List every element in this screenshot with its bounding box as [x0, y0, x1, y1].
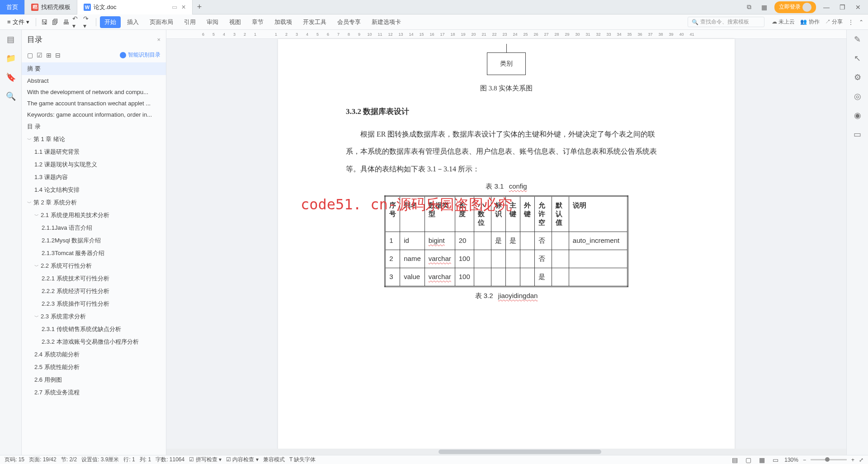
folder-icon[interactable]: 📁 [6, 53, 16, 63]
chevron-down-icon: ﹀ [27, 200, 33, 206]
chevron-down-icon: ﹀ [34, 213, 40, 219]
page: 类别 图 3.8 实体关系图 3.3.2 数据库表设计 根据 ER 图转换成数据… [278, 39, 735, 455]
outline-icon[interactable]: ▤ [6, 34, 16, 44]
table-header: 外键 [520, 196, 534, 232]
toc-item[interactable]: 2.2.2 系统经济可行性分析 [22, 285, 166, 298]
toc-item[interactable]: 1.2 课题现状与实现意义 [22, 158, 166, 171]
toc-item[interactable]: 2.1.2Mysql 数据库介绍 [22, 234, 166, 247]
toc-item[interactable]: ﹀2.2 系统可行性分析 [22, 260, 166, 272]
table-row: 3valuevarchar100是 [385, 268, 628, 287]
tab-view[interactable]: 视图 [225, 16, 245, 28]
chevron-down-icon: ﹀ [34, 263, 40, 270]
more-icon[interactable]: ⋮ [848, 19, 854, 25]
layout-icon[interactable]: ⧉ [744, 3, 754, 11]
table-header: 默认值 [552, 196, 569, 232]
tab-newtab[interactable]: 新建选项卡 [367, 16, 406, 28]
bookmark-icon[interactable]: 🔖 [6, 72, 16, 82]
toc-item[interactable]: 摘 要 [22, 62, 166, 75]
toc-item[interactable]: 2.1.3Tomcat 服务器介绍 [22, 247, 166, 260]
outline-title: 目录 [27, 34, 42, 45]
table-row: 1idbigint20是是否auto_increment [385, 232, 628, 250]
tab-template[interactable]: 稻找稻壳模板 [25, 0, 77, 14]
toc-item[interactable]: The game account transaction wechat appl… [22, 98, 166, 109]
new-tab-button[interactable]: + [193, 2, 206, 12]
toc-item[interactable]: 2.4 系统功能分析 [22, 348, 166, 361]
tab-chapter[interactable]: 章节 [247, 16, 268, 28]
collab-button[interactable]: 👥 协作 [800, 18, 819, 26]
pen-icon[interactable]: ✎ [853, 34, 863, 44]
target-icon[interactable]: ◉ [853, 110, 863, 120]
close-icon[interactable]: × [182, 3, 186, 11]
grid-icon[interactable]: ▦ [759, 4, 770, 11]
toc-item[interactable]: 2.6 用例图 [22, 374, 166, 386]
print-icon[interactable]: 🗐 [51, 18, 60, 27]
settings-icon[interactable]: ⚙ [853, 72, 863, 82]
file-menu[interactable]: ≡ 文件 ▾ [5, 17, 32, 27]
toc-item[interactable]: 2.1.1Java 语言介绍 [22, 222, 166, 234]
toc-item[interactable]: 2.7 系统业务流程 [22, 386, 166, 399]
toc-list: 摘 要AbstractWith the development of netwo… [22, 62, 166, 455]
toc-item[interactable]: 2.2.1 系统技术可行性分析 [22, 272, 166, 285]
toc-item[interactable]: 1.3 课题内容 [22, 171, 166, 184]
read-icon[interactable]: ▭ [853, 129, 863, 139]
toc-item[interactable]: 2.5 系统性能分析 [22, 361, 166, 374]
tab-menu-icon[interactable]: ▭ [172, 4, 177, 10]
tab-dev[interactable]: 开发工具 [298, 16, 331, 28]
toc-item[interactable]: 2.3.1 传统销售系统优缺点分析 [22, 323, 166, 336]
cube-icon[interactable]: ◎ [853, 91, 863, 101]
toc-item[interactable]: 2.2.3 系统操作可行性分析 [22, 298, 166, 310]
figure-caption: 图 3.8 实体关系图 [346, 84, 667, 93]
close-panel-icon[interactable]: × [157, 36, 160, 43]
ruler: 6543211234567891011121314151617181920212… [166, 30, 846, 39]
tab-addon[interactable]: 加载项 [270, 16, 297, 28]
find-icon[interactable]: 🔍 [6, 91, 16, 101]
login-button[interactable]: 立即登录 [774, 1, 816, 13]
collapse-all-icon[interactable]: ☑ [37, 52, 42, 59]
tab-home[interactable]: 首页 [0, 0, 25, 14]
toc-item[interactable]: 1.1 课题研究背景 [22, 146, 166, 158]
share-button[interactable]: ↗ 分享 [825, 18, 843, 26]
search-input[interactable]: 🔍查找命令、搜索模板 [688, 17, 764, 27]
table-caption-1: 表 3.1 config [346, 182, 667, 191]
select-icon[interactable]: ↖ [853, 53, 863, 63]
toc-item[interactable]: 2.3.2 本游戏账号交易微信小程序分析 [22, 336, 166, 348]
cloud-button[interactable]: ☁ 未上云 [772, 18, 795, 26]
expand-icon[interactable]: ▢ [27, 52, 33, 59]
toc-item[interactable]: ﹀2.3 系统需求分析 [22, 310, 166, 323]
toc-item[interactable]: 1.4 论文结构安排 [22, 184, 166, 196]
document-area: 6543211234567891011121314151617181920212… [166, 30, 846, 455]
remove-icon[interactable]: ⊟ [55, 52, 61, 59]
tab-insert[interactable]: 插入 [123, 16, 143, 28]
redo-icon[interactable]: ↷ ▾ [83, 18, 92, 27]
toc-item[interactable]: ﹀第 2 章 系统分析 [22, 196, 166, 209]
horizontal-scrollbar[interactable] [166, 449, 846, 455]
ai-toc-button[interactable]: 智能识别目录 [120, 51, 160, 59]
toc-item[interactable]: ﹀2.1 系统使用相关技术分析 [22, 209, 166, 222]
tab-vip[interactable]: 会员专享 [333, 16, 365, 28]
paragraph: 根据 ER 图转换成数据库表，数据库表设计了实体的主键和外键，外键决定了每个表之… [346, 126, 667, 178]
collapse-icon[interactable]: ⌃ [859, 19, 863, 25]
toc-item[interactable]: Abstract [22, 75, 166, 86]
toc-item[interactable]: ﹀第 1 章 绪论 [22, 133, 166, 146]
maximize-icon[interactable]: ❐ [837, 4, 848, 11]
tab-start[interactable]: 开始 [100, 16, 121, 28]
search-icon: 🔍 [692, 19, 698, 25]
tab-document[interactable]: W论文.doc▭× [77, 0, 193, 14]
add-icon[interactable]: ⊞ [46, 52, 52, 59]
watermark-text: code51. cn-源码乐园盗图必究 [301, 195, 512, 215]
toc-item[interactable]: With the development of network and comp… [22, 86, 166, 98]
toc-item[interactable]: Keywords: game account information, orde… [22, 109, 166, 120]
preview-icon[interactable]: 🖶 [61, 18, 71, 27]
toolbar: ≡ 文件 ▾ 🖫 🗐 🖶 ↶ ▾ ↷ ▾ 开始 插入 页面布局 引用 审阅 视图… [0, 14, 868, 30]
toc-item[interactable]: 目 录 [22, 120, 166, 133]
close-window-icon[interactable]: ✕ [853, 4, 863, 11]
chevron-down-icon: ﹀ [27, 137, 33, 143]
minimize-icon[interactable]: — [821, 4, 832, 11]
table-caption-2: 表 3.2 jiaoyidingdan [346, 292, 667, 300]
tab-review[interactable]: 审阅 [202, 16, 223, 28]
save-icon[interactable]: 🖫 [40, 18, 49, 27]
tab-ref[interactable]: 引用 [179, 16, 200, 28]
tab-layout[interactable]: 页面布局 [145, 16, 178, 28]
undo-icon[interactable]: ↶ ▾ [72, 18, 81, 27]
left-rail: ▤ 📁 🔖 🔍 [0, 30, 22, 455]
